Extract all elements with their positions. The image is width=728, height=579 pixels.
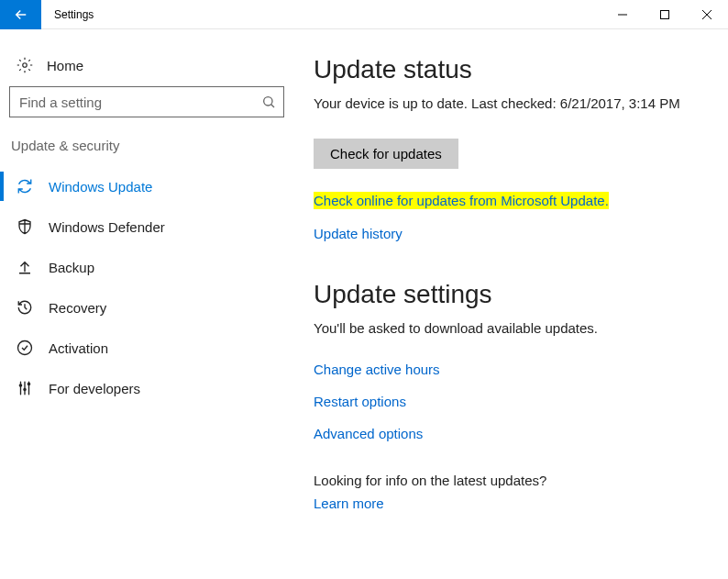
maximize-button[interactable]	[644, 0, 686, 29]
history-icon	[17, 299, 33, 316]
window-controls	[601, 0, 728, 29]
sidebar-item-windows-update[interactable]: Windows Update	[9, 166, 293, 206]
nav-label: Recovery	[49, 300, 106, 316]
window-title: Settings	[54, 8, 94, 21]
upload-icon	[17, 259, 33, 275]
nav-label: Activation	[49, 340, 108, 356]
looking-text: Looking for info on the latest updates?	[314, 473, 710, 488]
search-input[interactable]	[19, 95, 261, 110]
sidebar-item-activation[interactable]: Activation	[9, 328, 293, 368]
status-text: Your device is up to date. Last checked:…	[314, 95, 710, 111]
sliders-icon	[17, 380, 33, 396]
sidebar-item-backup[interactable]: Backup	[9, 247, 293, 287]
close-icon	[702, 10, 711, 19]
svg-point-2	[264, 97, 272, 106]
shield-icon	[17, 218, 33, 235]
close-button[interactable]	[686, 0, 728, 29]
sidebar: Home Update & security Windows Update Wi…	[0, 29, 293, 579]
minimize-icon	[618, 10, 627, 19]
svg-point-4	[19, 384, 21, 386]
search-icon	[261, 95, 276, 109]
back-button[interactable]	[0, 0, 41, 29]
maximize-icon	[660, 10, 669, 19]
nav-label: Windows Defender	[49, 219, 165, 235]
titlebar: Settings	[0, 0, 728, 29]
sidebar-item-recovery[interactable]: Recovery	[9, 287, 293, 328]
update-status-heading: Update status	[314, 55, 710, 84]
home-button[interactable]: Home	[9, 48, 293, 86]
minimize-button[interactable]	[601, 0, 644, 29]
back-arrow-icon	[13, 6, 29, 23]
nav-label: For developers	[49, 381, 140, 396]
update-history-link[interactable]: Update history	[314, 226, 710, 241]
sync-icon	[17, 178, 33, 195]
svg-point-6	[28, 383, 29, 384]
sidebar-item-for-developers[interactable]: For developers	[9, 368, 293, 408]
category-label: Update & security	[9, 138, 293, 166]
main-content: Update status Your device is up to date.…	[293, 29, 728, 579]
search-box[interactable]	[9, 86, 284, 117]
svg-point-1	[23, 63, 28, 68]
advanced-options-link[interactable]: Advanced options	[314, 426, 710, 441]
nav-label: Windows Update	[49, 179, 152, 195]
change-active-hours-link[interactable]: Change active hours	[314, 362, 710, 377]
check-circle-icon	[17, 340, 33, 356]
svg-rect-0	[661, 10, 669, 18]
restart-options-link[interactable]: Restart options	[314, 394, 710, 409]
check-online-link[interactable]: Check online for updates from Microsoft …	[314, 192, 609, 209]
learn-more-link[interactable]: Learn more	[314, 495, 710, 511]
svg-point-5	[24, 388, 26, 390]
nav-label: Backup	[49, 260, 94, 275]
gear-icon	[17, 57, 33, 73]
sidebar-item-windows-defender[interactable]: Windows Defender	[9, 206, 293, 247]
svg-point-3	[18, 341, 32, 355]
home-label: Home	[47, 58, 83, 73]
check-updates-button[interactable]: Check for updates	[314, 139, 458, 169]
settings-text: You'll be asked to download available up…	[314, 320, 710, 336]
update-settings-heading: Update settings	[314, 280, 710, 309]
